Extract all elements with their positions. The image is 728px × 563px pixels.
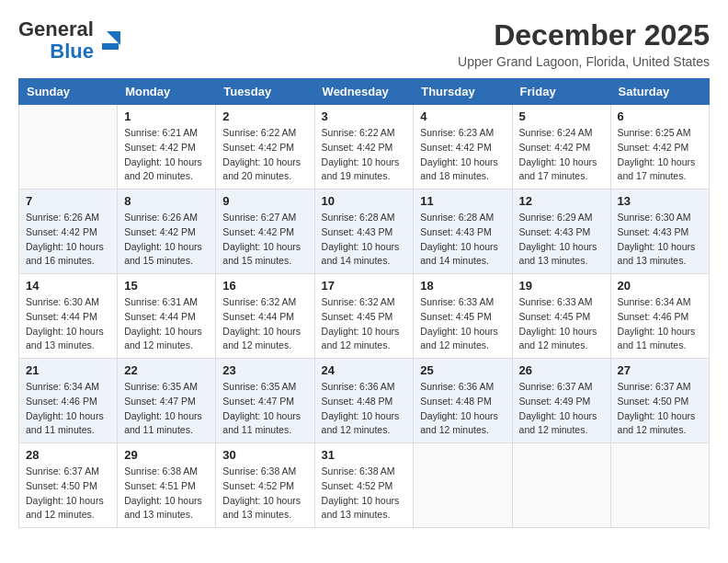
day-number: 2 (222, 109, 307, 123)
day-info: Sunrise: 6:35 AMSunset: 4:47 PMDaylight:… (222, 380, 307, 438)
day-info: Sunrise: 6:38 AMSunset: 4:52 PMDaylight:… (322, 465, 407, 523)
day-info: Sunrise: 6:37 AMSunset: 4:50 PMDaylight:… (26, 465, 110, 523)
day-info: Sunrise: 6:36 AMSunset: 4:48 PMDaylight:… (322, 380, 407, 438)
day-number: 18 (420, 279, 505, 293)
logo-blue: Blue (50, 40, 94, 63)
day-info: Sunrise: 6:35 AMSunset: 4:47 PMDaylight:… (124, 380, 209, 438)
calendar-cell: 20Sunrise: 6:34 AMSunset: 4:46 PMDayligh… (610, 274, 709, 359)
calendar-cell: 23Sunrise: 6:35 AMSunset: 4:47 PMDayligh… (216, 359, 314, 443)
day-info: Sunrise: 6:26 AMSunset: 4:42 PMDaylight:… (26, 211, 110, 269)
calendar-cell: 11Sunrise: 6:28 AMSunset: 4:43 PMDayligh… (414, 190, 512, 274)
day-number: 24 (322, 363, 407, 377)
day-number: 21 (26, 363, 110, 377)
day-info: Sunrise: 6:32 AMSunset: 4:45 PMDaylight:… (322, 295, 407, 353)
calendar-cell: 5Sunrise: 6:24 AMSunset: 4:42 PMDaylight… (512, 105, 610, 190)
svg-marker-0 (107, 31, 120, 45)
day-number: 14 (26, 279, 110, 293)
day-number: 17 (322, 279, 407, 293)
day-number: 19 (519, 279, 604, 293)
calendar-cell: 6Sunrise: 6:25 AMSunset: 4:42 PMDaylight… (610, 105, 709, 190)
day-number: 27 (618, 363, 702, 377)
day-info: Sunrise: 6:23 AMSunset: 4:42 PMDaylight:… (420, 126, 505, 184)
day-info: Sunrise: 6:27 AMSunset: 4:42 PMDaylight:… (222, 211, 307, 269)
calendar-week-row: 7Sunrise: 6:26 AMSunset: 4:42 PMDaylight… (19, 190, 710, 274)
calendar-cell: 2Sunrise: 6:22 AMSunset: 4:42 PMDaylight… (216, 105, 314, 190)
calendar-week-row: 1Sunrise: 6:21 AMSunset: 4:42 PMDaylight… (19, 105, 710, 190)
calendar-cell: 19Sunrise: 6:33 AMSunset: 4:45 PMDayligh… (512, 274, 610, 359)
calendar-cell: 17Sunrise: 6:32 AMSunset: 4:45 PMDayligh… (314, 274, 414, 359)
calendar-cell: 13Sunrise: 6:30 AMSunset: 4:43 PMDayligh… (610, 190, 709, 274)
calendar-week-row: 14Sunrise: 6:30 AMSunset: 4:44 PMDayligh… (19, 274, 710, 359)
day-info: Sunrise: 6:30 AMSunset: 4:43 PMDaylight:… (618, 211, 702, 269)
calendar-cell: 1Sunrise: 6:21 AMSunset: 4:42 PMDaylight… (118, 105, 216, 190)
calendar-cell: 7Sunrise: 6:26 AMSunset: 4:42 PMDaylight… (19, 190, 118, 274)
calendar-cell: 24Sunrise: 6:36 AMSunset: 4:48 PMDayligh… (314, 359, 414, 443)
day-number: 5 (519, 109, 604, 123)
location: Upper Grand Lagoon, Florida, United Stat… (458, 54, 710, 69)
day-info: Sunrise: 6:29 AMSunset: 4:43 PMDaylight:… (519, 211, 604, 269)
calendar-cell: 26Sunrise: 6:37 AMSunset: 4:49 PMDayligh… (512, 359, 610, 443)
day-number: 12 (519, 194, 604, 208)
weekday-header-tuesday: Tuesday (216, 79, 314, 105)
day-number: 30 (222, 448, 307, 462)
day-info: Sunrise: 6:36 AMSunset: 4:48 PMDaylight:… (420, 380, 505, 438)
calendar-cell: 21Sunrise: 6:34 AMSunset: 4:46 PMDayligh… (19, 359, 118, 443)
day-number: 28 (26, 448, 110, 462)
calendar-cell: 3Sunrise: 6:22 AMSunset: 4:42 PMDaylight… (314, 105, 414, 190)
day-info: Sunrise: 6:33 AMSunset: 4:45 PMDaylight:… (519, 295, 604, 353)
calendar-cell (610, 443, 709, 528)
day-number: 20 (618, 279, 702, 293)
calendar-cell (19, 105, 118, 190)
day-info: Sunrise: 6:34 AMSunset: 4:46 PMDaylight:… (618, 295, 702, 353)
calendar-table: SundayMondayTuesdayWednesdayThursdayFrid… (18, 78, 710, 528)
day-info: Sunrise: 6:26 AMSunset: 4:42 PMDaylight:… (124, 211, 209, 269)
calendar-week-row: 21Sunrise: 6:34 AMSunset: 4:46 PMDayligh… (19, 359, 710, 443)
day-info: Sunrise: 6:28 AMSunset: 4:43 PMDaylight:… (420, 211, 505, 269)
calendar-cell: 12Sunrise: 6:29 AMSunset: 4:43 PMDayligh… (512, 190, 610, 274)
day-info: Sunrise: 6:34 AMSunset: 4:46 PMDaylight:… (26, 380, 110, 438)
weekday-header-saturday: Saturday (610, 79, 709, 105)
calendar-cell: 29Sunrise: 6:38 AMSunset: 4:51 PMDayligh… (118, 443, 216, 528)
day-number: 25 (420, 363, 505, 377)
day-info: Sunrise: 6:21 AMSunset: 4:42 PMDaylight:… (124, 126, 209, 184)
calendar-cell: 14Sunrise: 6:30 AMSunset: 4:44 PMDayligh… (19, 274, 118, 359)
weekday-header-friday: Friday (512, 79, 610, 105)
calendar-cell (512, 443, 610, 528)
day-number: 16 (222, 279, 307, 293)
day-number: 11 (420, 194, 505, 208)
day-info: Sunrise: 6:37 AMSunset: 4:49 PMDaylight:… (519, 380, 604, 438)
day-number: 1 (124, 109, 209, 123)
calendar-cell: 4Sunrise: 6:23 AMSunset: 4:42 PMDaylight… (414, 105, 512, 190)
day-number: 6 (618, 109, 702, 123)
day-number: 26 (519, 363, 604, 377)
weekday-header-thursday: Thursday (414, 79, 512, 105)
logo-general: General (18, 18, 94, 40)
day-number: 23 (222, 363, 307, 377)
svg-rect-1 (102, 43, 119, 50)
day-number: 13 (618, 194, 702, 208)
day-info: Sunrise: 6:38 AMSunset: 4:51 PMDaylight:… (124, 465, 209, 523)
calendar-cell: 28Sunrise: 6:37 AMSunset: 4:50 PMDayligh… (19, 443, 118, 528)
calendar-cell: 16Sunrise: 6:32 AMSunset: 4:44 PMDayligh… (216, 274, 314, 359)
calendar-cell (414, 443, 512, 528)
day-number: 10 (322, 194, 407, 208)
page-header: General Blue December 2025 Upper Grand L… (18, 18, 710, 69)
calendar-cell: 9Sunrise: 6:27 AMSunset: 4:42 PMDaylight… (216, 190, 314, 274)
calendar-cell: 22Sunrise: 6:35 AMSunset: 4:47 PMDayligh… (118, 359, 216, 443)
day-info: Sunrise: 6:30 AMSunset: 4:44 PMDaylight:… (26, 295, 110, 353)
day-number: 4 (420, 109, 505, 123)
month-title: December 2025 (458, 18, 710, 52)
calendar-cell: 31Sunrise: 6:38 AMSunset: 4:52 PMDayligh… (314, 443, 414, 528)
logo-icon (97, 27, 125, 54)
day-info: Sunrise: 6:33 AMSunset: 4:45 PMDaylight:… (420, 295, 505, 353)
day-info: Sunrise: 6:24 AMSunset: 4:42 PMDaylight:… (519, 126, 604, 184)
logo: General Blue (18, 18, 125, 63)
day-number: 22 (124, 363, 209, 377)
calendar-cell: 30Sunrise: 6:38 AMSunset: 4:52 PMDayligh… (216, 443, 314, 528)
calendar-cell: 15Sunrise: 6:31 AMSunset: 4:44 PMDayligh… (118, 274, 216, 359)
day-number: 8 (124, 194, 209, 208)
day-info: Sunrise: 6:25 AMSunset: 4:42 PMDaylight:… (618, 126, 702, 184)
title-block: December 2025 Upper Grand Lagoon, Florid… (458, 18, 710, 69)
calendar-cell: 18Sunrise: 6:33 AMSunset: 4:45 PMDayligh… (414, 274, 512, 359)
day-info: Sunrise: 6:38 AMSunset: 4:52 PMDaylight:… (222, 465, 307, 523)
